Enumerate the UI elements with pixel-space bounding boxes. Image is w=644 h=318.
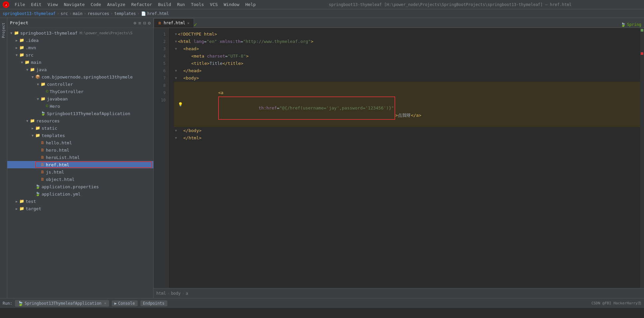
breadcrumb-file[interactable]: href.html: [147, 11, 169, 16]
menu-edit[interactable]: Edit: [28, 1, 44, 8]
tree-item-java[interactable]: ▼ 📁 java: [7, 66, 153, 73]
tree-item-src[interactable]: ▼ 📁 src: [7, 51, 153, 59]
tree-label-target: target: [26, 206, 41, 211]
fold-6[interactable]: ▼: [174, 67, 178, 75]
tree-item-root[interactable]: ▼ 📁 springboot13-thymeleaf H:\power_node…: [7, 29, 153, 37]
tree-label-src: src: [26, 53, 33, 58]
tree-item-heroh[interactable]: ▶ 🗎 hero.html: [7, 146, 153, 154]
tree-item-href[interactable]: ▶ 🗎 href.html: [7, 161, 153, 168]
checkmark-icon: ✓: [194, 21, 197, 28]
status-body: body: [171, 291, 181, 296]
menu-view[interactable]: View: [45, 1, 61, 8]
tree-item-mvn[interactable]: ▶ 📁 .mvn: [7, 44, 153, 51]
tree-item-hello[interactable]: ▶ 🗎 hello.html: [7, 139, 153, 146]
expand-templates[interactable]: ▼: [30, 134, 35, 137]
run-console-tab[interactable]: ▶ Console: [112, 300, 138, 306]
fold-3[interactable]: ▼: [174, 45, 178, 53]
right-gutter: [640, 28, 644, 288]
breadcrumb-main[interactable]: main: [73, 11, 82, 16]
expand-com[interactable]: ▼: [30, 75, 35, 79]
expand-mvn[interactable]: ▶: [14, 46, 19, 50]
tree-label-templates: templates: [42, 133, 65, 138]
tree-item-target[interactable]: ▶ 📁 target: [7, 205, 153, 212]
fold-1[interactable]: ▼: [174, 31, 178, 38]
expand-javabean[interactable]: ▼: [35, 97, 41, 101]
tree-item-main[interactable]: ▼ 📁 main: [7, 59, 153, 66]
status-a: a: [186, 291, 188, 296]
sidebar-icon-locate[interactable]: ⊕: [133, 20, 136, 26]
expand-main[interactable]: ▼: [19, 61, 25, 64]
tree-item-js[interactable]: ▶ 🗎 js.html: [7, 168, 153, 176]
tree-label-hero: Hero: [50, 104, 60, 109]
menu-analyze[interactable]: Analyze: [104, 1, 128, 8]
tree-item-springapp[interactable]: ▶ 🍃 Springboot13ThymeleafApplication: [7, 110, 153, 117]
menu-navigate[interactable]: Navigate: [61, 1, 87, 8]
tree-label-href: href.html: [46, 162, 69, 167]
expand-target[interactable]: ▶: [14, 207, 19, 211]
expand-resources[interactable]: ▼: [25, 119, 30, 123]
expand-controller[interactable]: ▼: [35, 82, 41, 86]
breadcrumb-resources[interactable]: resources: [87, 11, 109, 16]
editor-tab-href[interactable]: 🗎 href.html ✕: [154, 18, 194, 28]
fold-7[interactable]: ▼: [174, 75, 178, 82]
bottom-right-text: CSDN @FBI HackerHarry浩: [591, 301, 641, 306]
fold-2[interactable]: ▼: [174, 38, 178, 45]
fold-10[interactable]: ▼: [174, 134, 178, 142]
tree-item-static[interactable]: ▶ 📁 static: [7, 124, 153, 132]
warning-icon: 💡: [178, 101, 183, 108]
expand-idea[interactable]: ▶: [14, 39, 19, 42]
tree-item-test[interactable]: ▶ 📁 test: [7, 198, 153, 205]
gutter-mark-red: [641, 52, 643, 55]
tree-label-thycontroller: ThyController: [50, 89, 83, 94]
tree-item-herolist[interactable]: ▶ 🗎 heroList.html: [7, 154, 153, 161]
tree-item-thycontroller[interactable]: ▶ © ThyController: [7, 88, 153, 95]
menu-refactor[interactable]: Refactor: [129, 1, 155, 8]
gutter-mark-green: [641, 29, 643, 32]
menu-file[interactable]: File: [12, 1, 28, 8]
fold-9[interactable]: ▼: [174, 127, 178, 134]
breadcrumb-templates[interactable]: templates: [114, 11, 136, 16]
sidebar-icon-settings[interactable]: ⚙: [148, 20, 151, 26]
tree-item-object[interactable]: ▶ 🗎 object.html: [7, 176, 153, 183]
menu-window[interactable]: Window: [221, 1, 242, 8]
run-app-tab[interactable]: 🍃 Springboot13ThymeleafApplication ✕: [15, 300, 109, 307]
menu-vcs[interactable]: VCS: [207, 1, 220, 8]
tree-item-hero[interactable]: ▶ © Hero: [7, 102, 153, 110]
code-content[interactable]: ▼ <!DOCTYPE html> ▼ <html lang="en" xmln…: [169, 28, 640, 288]
tree-item-controller[interactable]: ▼ 📁 controller: [7, 80, 153, 88]
code-editor[interactable]: 1 2 3 4 5 6 7 8 9 10 ▼ <!DOCTYPE html>: [154, 28, 644, 288]
menu-help[interactable]: Help: [243, 1, 258, 8]
expand-java[interactable]: ▼: [25, 68, 30, 72]
menu-tools[interactable]: Tools: [188, 1, 207, 8]
app-logo: J: [3, 1, 9, 8]
sidebar-icon-collapse-all[interactable]: ≡: [138, 20, 141, 26]
tree-item-idea[interactable]: ▶ 📁 .idea: [7, 37, 153, 44]
tree-label-resources: resources: [36, 118, 60, 123]
breadcrumb-src[interactable]: src: [61, 11, 68, 16]
breadcrumb-project[interactable]: springboot13-thymeleaf: [3, 11, 56, 16]
expand-static[interactable]: ▶: [30, 126, 35, 130]
expand-root[interactable]: ▼: [9, 31, 14, 35]
tree-item-appyml[interactable]: ▶ 🍃 application.yml: [7, 190, 153, 198]
tab-close-button[interactable]: ✕: [187, 21, 190, 25]
tree-label-com: com.bjpowernode.springboot13thymele: [42, 75, 133, 80]
tree-item-resources[interactable]: ▼ 📁 resources: [7, 117, 153, 124]
menu-code[interactable]: Code: [88, 1, 104, 8]
editor-breadcrumb: html › body › a: [156, 291, 188, 296]
run-endpoints-tab[interactable]: Endpoints: [140, 300, 167, 306]
code-line-1: ▼ <!DOCTYPE html>: [174, 31, 640, 38]
tree-item-javabean[interactable]: ▼ 📁 javabean: [7, 95, 153, 102]
tree-item-com[interactable]: ▼ 📦 com.bjpowernode.springboot13thymele: [7, 73, 153, 80]
run-app-close[interactable]: ✕: [104, 301, 106, 305]
tree-item-templates[interactable]: ▼ 📁 templates: [7, 132, 153, 139]
expand-src[interactable]: ▼: [14, 53, 19, 57]
tree-label-appyml: application.yml: [42, 192, 80, 197]
menu-run[interactable]: Run: [174, 1, 187, 8]
expand-test[interactable]: ▶: [14, 200, 19, 203]
project-tab-label[interactable]: Project: [0, 21, 7, 40]
tree-item-appprops[interactable]: ▶ 🍃 application.properties: [7, 183, 153, 190]
menu-build[interactable]: Build: [155, 1, 174, 8]
sidebar-icon-expand[interactable]: ⊟: [143, 20, 146, 26]
sidebar-header: Project ⊕ ≡ ⊟ ⚙: [7, 18, 153, 28]
run-console-label: Console: [118, 301, 135, 306]
